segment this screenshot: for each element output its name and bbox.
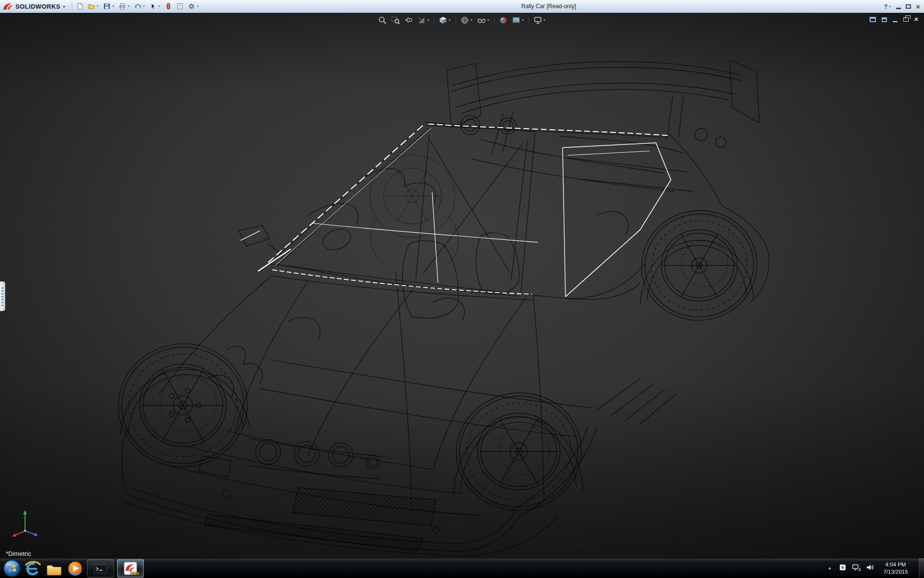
media-player-button[interactable]	[64, 559, 86, 578]
volume-button[interactable]	[866, 564, 874, 573]
folder-icon	[45, 559, 63, 578]
toolbar-separator	[434, 16, 435, 24]
dropdown-arrow-icon[interactable]: ▼	[487, 19, 490, 22]
view-orientation-label: *Dimetric	[6, 550, 31, 557]
new-document-button[interactable]	[75, 1, 85, 11]
toolbar-separator	[72, 1, 72, 11]
start-button[interactable]	[2, 558, 22, 578]
minimize-icon	[893, 21, 898, 22]
solidworks-task-button[interactable]: 2015	[117, 559, 144, 578]
command-prompt-icon	[94, 563, 107, 574]
titlebar: SOLIDWORKS ▸ ▼ ▼	[0, 0, 924, 13]
new-window-icon	[870, 17, 876, 22]
dropdown-arrow-icon[interactable]: ▼	[449, 19, 451, 22]
select-cursor-icon	[149, 2, 157, 10]
section-view-button[interactable]: ▼	[416, 15, 431, 26]
undo-icon	[134, 2, 141, 10]
featuremanager-collapsed-tab[interactable]	[0, 281, 5, 311]
media-player-icon	[66, 559, 84, 578]
rebuild-stoplight-icon	[165, 2, 172, 10]
solidworks-logo-icon	[3, 2, 13, 10]
maximize-button[interactable]	[906, 4, 911, 9]
sheet-properties-icon	[176, 2, 184, 10]
rebuild-button[interactable]	[163, 1, 174, 11]
view-settings-icon	[533, 16, 542, 25]
orientation-triad	[11, 508, 41, 539]
doc-cascade-button[interactable]	[882, 17, 887, 22]
doc-minimize-button[interactable]	[893, 17, 898, 22]
clock[interactable]: 4:04 PM 7/13/2015	[879, 561, 912, 576]
dropdown-arrow-icon[interactable]: ▼	[158, 5, 161, 8]
command-prompt-task-button[interactable]	[87, 559, 114, 578]
close-icon: ×	[914, 15, 918, 23]
toolbar-separator	[456, 16, 456, 24]
edit-appearance-button[interactable]	[497, 15, 509, 26]
options-button[interactable]: ▼	[186, 1, 201, 11]
view-orientation-cube-icon	[439, 16, 448, 25]
tray-program-icon	[839, 564, 847, 571]
apply-scene-button[interactable]: ▼	[510, 15, 526, 26]
windows-start-orb-icon	[3, 559, 21, 578]
dropdown-arrow-icon[interactable]: ▼	[127, 5, 130, 8]
hide-show-items-button[interactable]: ▼	[476, 15, 491, 26]
system-tray: ▲ 4:04 PM	[826, 558, 924, 578]
solidworks-version-badge: 2015	[130, 571, 139, 576]
internet-explorer-button[interactable]	[22, 559, 43, 578]
open-icon	[88, 2, 95, 10]
dropdown-arrow-icon[interactable]: ▼	[142, 5, 145, 8]
display-style-icon	[461, 16, 469, 25]
show-hidden-icons-button[interactable]: ▲	[826, 566, 834, 570]
internet-explorer-icon	[24, 559, 42, 578]
previous-view-icon	[404, 16, 413, 25]
undo-button[interactable]: ▼	[132, 1, 147, 11]
save-icon	[103, 2, 111, 10]
clock-time: 4:04 PM	[879, 561, 912, 568]
dropdown-arrow-icon: ▼	[888, 5, 891, 8]
print-button[interactable]: ▼	[117, 1, 131, 11]
dropdown-arrow-icon[interactable]: ▼	[96, 5, 99, 8]
taskbar: 2015 ▲	[0, 558, 924, 578]
sheet-properties-button[interactable]	[175, 1, 185, 11]
select-button[interactable]: ▼	[148, 1, 162, 11]
menu-flyout-arrow-icon[interactable]: ▸	[64, 4, 66, 9]
minimize-button[interactable]	[896, 4, 901, 9]
window-controls: ? ▼ ×	[884, 0, 920, 13]
toolbar-separator	[494, 16, 494, 24]
minimize-icon	[896, 8, 901, 9]
edit-appearance-ball-icon	[499, 16, 507, 25]
zoom-to-fit-button[interactable]	[377, 15, 388, 26]
options-gear-icon	[188, 2, 195, 10]
solidworks-menu[interactable]: SOLIDWORKS ▸	[0, 2, 69, 10]
dropdown-arrow-icon[interactable]: ▼	[112, 5, 115, 8]
dropdown-arrow-icon[interactable]: ▼	[543, 19, 546, 22]
toolbar-separator	[528, 16, 529, 24]
show-desktop-button[interactable]	[918, 558, 924, 578]
previous-view-button[interactable]	[403, 15, 414, 26]
dropdown-arrow-icon[interactable]: ▼	[196, 5, 199, 8]
display-style-button[interactable]: ▼	[459, 15, 475, 26]
graphics-area[interactable]: ▼ ▼ ▼	[0, 13, 924, 558]
zoom-to-area-button[interactable]	[390, 15, 401, 26]
doc-restore-button[interactable]	[903, 17, 909, 22]
help-button[interactable]: ? ▼	[884, 3, 891, 10]
close-button[interactable]: ×	[916, 3, 920, 11]
view-settings-button[interactable]: ▼	[532, 15, 547, 26]
view-orientation-button[interactable]: ▼	[437, 15, 453, 26]
zoom-to-area-icon	[391, 16, 400, 25]
tray-program-button[interactable]	[839, 564, 847, 573]
dropdown-arrow-icon[interactable]: ▼	[470, 19, 473, 22]
windows-explorer-button[interactable]	[43, 559, 64, 578]
network-status-button[interactable]	[852, 564, 860, 573]
hide-show-glasses-icon	[477, 16, 486, 25]
dropdown-arrow-icon[interactable]: ▼	[427, 19, 430, 22]
brand-name: SOLIDWORKS	[15, 3, 61, 10]
network-icon	[852, 564, 860, 571]
clock-date: 7/13/2015	[879, 568, 912, 576]
open-button[interactable]: ▼	[86, 1, 101, 11]
new-document-icon	[76, 2, 84, 10]
doc-close-button[interactable]: ×	[914, 16, 918, 23]
dropdown-arrow-icon[interactable]: ▼	[521, 19, 524, 22]
wireframe-car-model	[0, 13, 924, 558]
save-button[interactable]: ▼	[102, 1, 116, 11]
doc-new-window-button[interactable]	[870, 17, 876, 22]
